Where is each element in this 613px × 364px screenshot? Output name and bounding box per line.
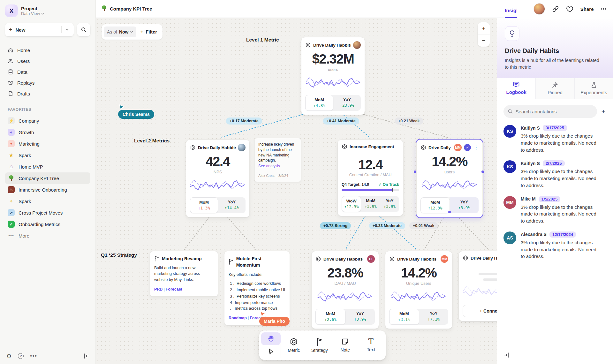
strategy-tool[interactable]: Strategy <box>307 332 333 358</box>
forecast-link[interactable]: Forecast <box>166 287 182 292</box>
sidebar-item-data[interactable]: Data <box>5 66 90 77</box>
filter-button[interactable]: + Filter <box>140 29 160 35</box>
project-name: Project <box>21 6 44 11</box>
sidebar-item-cross-project-moves[interactable]: ↗ Cross Project Moves <box>5 207 90 218</box>
project-view-switcher[interactable]: Data View <box>21 11 44 16</box>
sidebar-item-marketing[interactable]: ✦ Marketing <box>5 138 90 149</box>
as-of-selector[interactable]: As of Now <box>104 27 136 37</box>
metric-card-unconnected[interactable]: Drive Daily Hab + Connect <box>458 251 497 321</box>
metric-icon <box>420 145 426 150</box>
metric-card-drive-daily-habits-dau-mau[interactable]: Drive Daily Habbits LT 23.8% DAU / MAU M… <box>311 251 379 329</box>
header-actions: Share <box>517 0 613 18</box>
owner-avatar[interactable] <box>238 144 246 151</box>
tab-logbook[interactable]: Logbook <box>497 78 535 99</box>
see-analysis-link[interactable]: See analysis <box>258 163 297 169</box>
card-menu-icon[interactable]: ⋮ <box>473 145 479 150</box>
annotation-item[interactable]: KS Kaitlyn S 2/7/2025 3% drop likely due… <box>497 155 613 191</box>
mom-toggle[interactable]: MoM ↑4.8% <box>305 95 333 111</box>
app-logo[interactable]: X <box>5 4 18 17</box>
note-tool[interactable]: Note <box>332 332 358 358</box>
sidebar-item-spark-2[interactable]: ✧ Spark <box>5 195 90 207</box>
annotation-item[interactable]: MM Mike M 1/5/2025 3% drop likely due to… <box>497 191 613 226</box>
sidebar-item-users[interactable]: Users <box>5 56 90 66</box>
collapse-sidebar-icon[interactable] <box>84 353 89 359</box>
strategy-card-marketing-revamp[interactable]: Marketing Revamp Build and launch a new … <box>150 251 218 297</box>
text-tool[interactable]: T Text <box>358 332 384 358</box>
connect-button[interactable]: + Connect <box>463 305 497 317</box>
yoy-toggle[interactable]: YoY ↑3.9% <box>345 309 375 325</box>
more-menu-icon[interactable] <box>601 8 606 10</box>
note-icon <box>341 338 349 345</box>
metric-card-drive-daily-habits-nps[interactable]: Drive Daily Habbits 42.4 NPS MoM ↓1.3% Y… <box>186 140 250 217</box>
user-avatar[interactable] <box>534 3 545 15</box>
mom-value: ↑4.8% <box>306 103 332 108</box>
sidebar-item-immersive-onboarding[interactable]: ♨ Immersive Onboarding <box>5 184 90 195</box>
sparkle-icon: ✦ <box>8 140 15 147</box>
metric-icon <box>190 145 196 150</box>
owner-avatar[interactable] <box>353 41 361 49</box>
metric-card-drive-daily-habits-l1[interactable]: Drive Daily Habbits $2.32M users MoM ↑4.… <box>301 37 365 115</box>
note-card[interactable]: Increase likely driven by the launch of … <box>254 138 301 182</box>
kpi-tree-canvas[interactable]: As of Now + Filter + − Level 1 Metric Le… <box>96 18 497 364</box>
sidebar-item-home[interactable]: Home <box>5 45 90 56</box>
annotation-item[interactable]: AS Alexandra S 12/17/2024 3% drop likely… <box>497 226 613 262</box>
wow-toggle[interactable]: WoW ↑12.3% <box>342 196 361 212</box>
tab-pinned[interactable]: Pinned <box>535 78 574 99</box>
yoy-toggle[interactable]: YoY ↑23.9% <box>333 95 361 111</box>
mom-toggle[interactable]: MoM ↑3.1% <box>389 309 419 325</box>
copy-link-icon[interactable] <box>552 5 559 12</box>
sidebar-item-company[interactable]: ⚡ Company <box>5 115 90 126</box>
sidebar-item-more[interactable]: ••• More <box>5 230 90 241</box>
selection-handle[interactable] <box>481 171 484 173</box>
mom-toggle[interactable]: MoM ↓1.3% <box>190 197 218 213</box>
mom-toggle[interactable]: MoM ↑2.6% <box>315 309 345 325</box>
sidebar-item-spark[interactable]: ★ Spark <box>5 149 90 161</box>
tab-experiments[interactable]: Experiments <box>574 78 613 99</box>
new-button[interactable]: + New <box>5 23 74 36</box>
annotation-item[interactable]: KS Kaitlyn S 3/17/2025 3% drop likely du… <box>497 120 613 155</box>
metric-card-drive-daily-habits-unique-users[interactable]: Drive Daily Habbits MM 14.2% Unique User… <box>385 251 452 329</box>
sidebar-item-replays[interactable]: Replays <box>5 77 90 88</box>
metric-tool[interactable]: Metric <box>281 332 307 358</box>
settings-gear-icon[interactable]: ⚙ <box>6 353 11 360</box>
sidebar-item-home-mvp[interactable]: ⌂ Home MVP <box>5 161 90 172</box>
annotation-search[interactable] <box>503 105 597 118</box>
selection-handle[interactable] <box>448 211 451 213</box>
help-icon[interactable]: ? <box>18 353 24 359</box>
collapse-panel-icon[interactable] <box>503 353 509 358</box>
metric-unit: Content Creation / MAU <box>342 173 399 177</box>
metric-title: Drive Daily Habbits <box>313 43 351 48</box>
hand-tool[interactable] <box>261 332 281 345</box>
sidebar-item-growth[interactable]: ➤ Growth <box>5 126 90 138</box>
select-tool[interactable] <box>261 345 281 358</box>
mom-toggle[interactable]: MoM ↑12.3% <box>420 197 450 213</box>
sidebar-item-onboarding-metrics[interactable]: ✓ Onboarding Metrics <box>5 218 90 230</box>
new-dropdown-arrow[interactable] <box>62 29 70 31</box>
replay-clock-icon <box>8 80 13 86</box>
favorite-heart-icon[interactable] <box>566 6 573 12</box>
zoom-out-button[interactable]: − <box>478 34 490 47</box>
zoom-in-button[interactable]: + <box>478 22 490 34</box>
yoy-toggle[interactable]: YoY ↑14.4% <box>218 197 246 213</box>
yoy-toggle[interactable]: YoY ↑3.9% <box>450 197 479 213</box>
prd-link[interactable]: PRD <box>154 287 163 292</box>
yoy-toggle[interactable]: YoY ↑7.1% <box>419 309 449 325</box>
selection-handle[interactable] <box>414 171 416 173</box>
mom-value: ↓1.3% <box>191 206 217 210</box>
sidebar-item-drafts[interactable]: Drafts <box>5 88 90 99</box>
metric-title: Drive Daily Habbits <box>397 257 438 262</box>
search-button[interactable] <box>77 23 90 36</box>
mom-toggle[interactable]: MoM ↑3.9% <box>361 196 380 212</box>
annotation-search-input[interactable] <box>516 109 593 114</box>
yoy-value: ↑3.9% <box>450 205 478 210</box>
more-options-icon[interactable]: ••• <box>30 353 37 359</box>
sidebar-item-company-kpi-tree[interactable]: Company KPI Tree <box>5 172 90 184</box>
yoy-toggle[interactable]: YoY ↑3.9% <box>380 196 399 212</box>
plus-icon: + <box>140 29 143 35</box>
metric-card-drive-daily-habits-selected[interactable]: Drive Daily Habb.. MM ✓ ⋮ 14.2% users Mo… <box>416 140 483 217</box>
sparkline-chart <box>190 176 246 194</box>
add-annotation-button[interactable]: + <box>602 108 607 115</box>
roadmap-link[interactable]: Roadmap <box>229 316 247 320</box>
share-button[interactable]: Share <box>580 6 594 12</box>
metric-card-increase-engagement[interactable]: Increase Engagement 12.4 Content Creatio… <box>337 140 403 216</box>
